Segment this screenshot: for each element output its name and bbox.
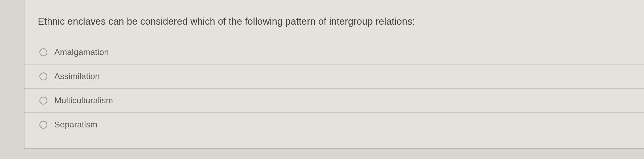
option-label: Multiculturalism	[54, 96, 113, 105]
quiz-question-card: Ethnic enclaves can be considered which …	[24, 0, 644, 149]
option-label: Separatism	[54, 120, 97, 130]
radio-icon[interactable]	[39, 97, 47, 105]
option-label: Amalgamation	[54, 47, 109, 57]
question-prompt-area: Ethnic enclaves can be considered which …	[24, 0, 644, 40]
option-row-amalgamation[interactable]: Amalgamation	[24, 40, 644, 65]
radio-icon[interactable]	[39, 72, 47, 80]
option-row-separatism[interactable]: Separatism	[24, 113, 644, 136]
radio-icon[interactable]	[39, 48, 47, 56]
option-row-multiculturalism[interactable]: Multiculturalism	[24, 89, 644, 113]
options-list: Amalgamation Assimilation Multiculturali…	[24, 40, 644, 136]
question-prompt: Ethnic enclaves can be considered which …	[38, 16, 631, 27]
option-row-assimilation[interactable]: Assimilation	[24, 65, 644, 89]
option-label: Assimilation	[54, 71, 100, 81]
radio-icon[interactable]	[39, 121, 47, 129]
